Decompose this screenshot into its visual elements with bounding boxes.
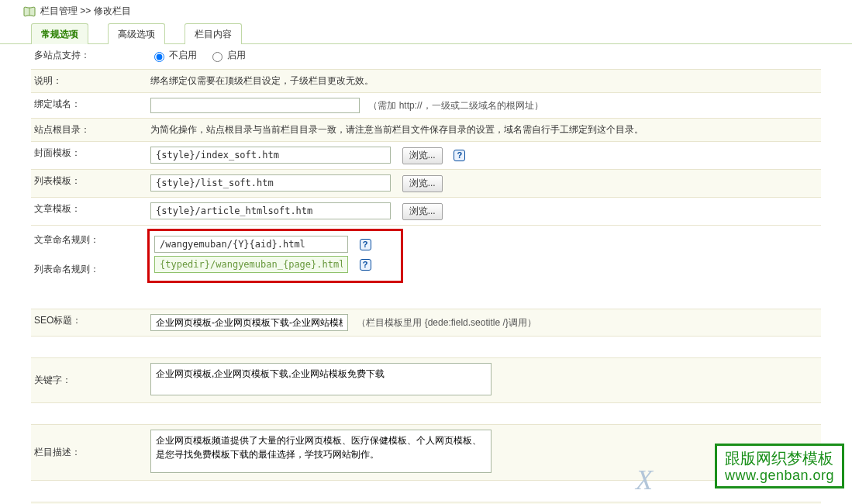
note-text: 绑名绑定仅需要在顶级栏目设定，子级栏目更改无效。 (147, 69, 821, 92)
help-icon[interactable]: ? (454, 150, 465, 161)
bind-domain-input[interactable] (150, 98, 360, 113)
site-root-text: 为简化操作，站点根目录与当前栏目目录一致，请注意当前栏目文件保存目录的设置，域名… (147, 118, 821, 141)
label-description: 栏目描述： (31, 425, 147, 481)
tabs-row: 常规选项 高级选项 栏目内容 (0, 22, 852, 44)
label-seo-title: SEO标题： (31, 309, 147, 337)
radio-disable-wrap[interactable]: 不启用 (150, 49, 197, 62)
help-icon[interactable]: ? (360, 259, 371, 271)
browse-cover-button[interactable]: 浏览... (402, 147, 443, 164)
label-article-rule: 文章命名规则： (31, 225, 147, 260)
label-multisite: 多站点支持： (31, 44, 147, 69)
domain-hint: （需加 http://，一级或二级域名的根网址） (368, 100, 543, 111)
seo-hint: （栏目模板里用 {dede:field.seotitle /}调用） (357, 317, 536, 328)
label-list-rule: 列表命名规则： (31, 260, 147, 288)
label-keywords: 关键字： (31, 358, 147, 403)
browse-list-button[interactable]: 浏览... (402, 175, 443, 192)
article-rule-input[interactable] (154, 236, 348, 253)
tab-advanced-options[interactable]: 高级选项 (108, 23, 165, 44)
list-tpl-input[interactable] (150, 174, 391, 192)
label-site-root: 站点根目录： (31, 118, 147, 141)
book-icon (23, 6, 36, 17)
label-list-tpl: 列表模板： (31, 169, 147, 197)
breadcrumb-sub: 修改栏目 (94, 5, 131, 16)
tab-column-content[interactable]: 栏目内容 (185, 23, 242, 44)
badge-line2: www.genban.org (725, 468, 834, 485)
label-note: 说明： (31, 69, 147, 92)
highlight-box: ? ? (147, 229, 403, 283)
seo-title-input[interactable] (150, 314, 348, 331)
radio-enable[interactable] (212, 52, 222, 62)
watermark-text: X (636, 464, 653, 496)
genban-badge: 跟版网织梦模板 www.genban.org (715, 444, 844, 488)
label-cover-tpl: 封面模板： (31, 141, 147, 169)
radio-disable-label: 不启用 (169, 49, 197, 62)
breadcrumb-bar: 栏目管理 >> 修改栏目 (0, 0, 852, 22)
list-rule-input[interactable] (154, 256, 348, 273)
breadcrumb-main: 栏目管理 (40, 5, 78, 16)
description-textarea[interactable] (150, 430, 492, 473)
radio-enable-wrap[interactable]: 启用 (209, 49, 246, 62)
form-table: 多站点支持： 不启用 启用 说明： 绑名绑定仅需要在顶级栏目设定，子级栏目更改无… (31, 44, 821, 504)
radio-enable-label: 启用 (227, 49, 246, 62)
label-article-tpl: 文章模板： (31, 197, 147, 225)
form-section: 多站点支持： 不启用 启用 说明： 绑名绑定仅需要在顶级栏目设定，子级栏目更改无… (0, 44, 852, 504)
browse-article-button[interactable]: 浏览... (402, 203, 443, 220)
label-bind-domain: 绑定域名： (31, 92, 147, 118)
breadcrumb: 栏目管理 >> 修改栏目 (40, 5, 131, 18)
badge-line1: 跟版网织梦模板 (725, 449, 834, 468)
keywords-textarea[interactable] (150, 363, 492, 395)
tab-normal-options[interactable]: 常规选项 (31, 23, 88, 44)
breadcrumb-sep: >> (80, 5, 91, 16)
article-tpl-input[interactable] (150, 202, 391, 219)
help-icon[interactable]: ? (360, 239, 371, 250)
cover-tpl-input[interactable] (150, 147, 391, 164)
radio-disable[interactable] (154, 52, 164, 62)
